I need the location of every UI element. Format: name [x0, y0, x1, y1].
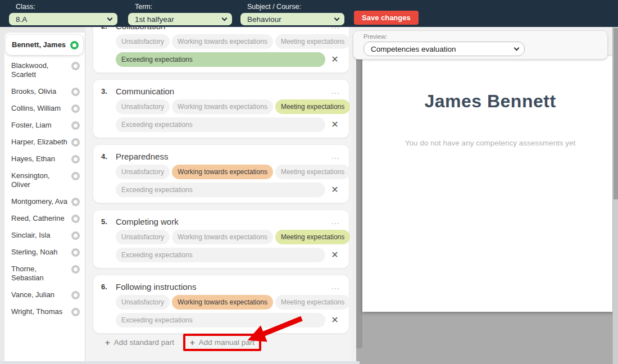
rating-option[interactable]: Meeting expectations [275, 295, 350, 310]
student-list-item[interactable]: Brooks, Olivia [4, 83, 85, 100]
status-dot-icon [71, 155, 80, 163]
rating-option[interactable]: Meeting expectations [275, 34, 350, 49]
annotation-box: + Add manual part [183, 334, 261, 351]
student-list-item[interactable]: Sterling, Noah [4, 244, 85, 261]
competency-title: Communication [116, 87, 174, 96]
rating-option-exceeding[interactable]: Exceeding expectations [116, 52, 325, 67]
clear-rating-button[interactable]: ✕ [329, 119, 341, 131]
competency-title: Preparedness [116, 152, 168, 161]
student-name: Bennett, James [12, 40, 69, 49]
clear-rating-button[interactable]: ✕ [329, 314, 341, 326]
add-manual-part-button[interactable]: + Add manual part [189, 336, 256, 348]
rating-option[interactable]: Unsatisfactory [116, 295, 170, 310]
page-scrollbar-thumb[interactable] [614, 28, 618, 199]
student-list-item[interactable]: Thorne, Sebastian [4, 261, 85, 286]
student-list-item[interactable]: Foster, Liam [4, 117, 85, 134]
rating-option[interactable]: Meeting expectations [275, 165, 350, 179]
rating-option[interactable]: Unsatisfactory [116, 34, 170, 49]
rating-option[interactable]: Unsatisfactory [116, 99, 170, 114]
student-list-item[interactable]: Blackwood, Scarlett [4, 57, 85, 83]
term-select[interactable]: 1st halfyear [128, 13, 232, 25]
status-dot-icon [71, 308, 80, 316]
class-select-value: 8.A [16, 15, 108, 24]
competency-number: 3. [101, 87, 116, 95]
student-sidebar: Bennett, James Blackwood, Scarlett Brook… [0, 27, 85, 364]
top-header: Class: 8.A Term: 1st halfyear Subject / … [0, 0, 618, 27]
competency-card: 6. Following instructions … Unsatisfacto… [93, 275, 349, 334]
preview-type-select[interactable]: Competencies evaluation [363, 42, 525, 56]
rating-options-row: UnsatisfactoryWorking towards expectatio… [116, 34, 341, 49]
competency-grading-app: Class: 8.A Term: 1st halfyear Subject / … [0, 0, 618, 364]
add-standard-part-label: Add standard part [114, 338, 174, 347]
subject-select[interactable]: Behaviour [240, 13, 344, 25]
rating-option-exceeding[interactable]: Exceeding expectations [116, 248, 325, 262]
student-list-item[interactable]: Sinclair, Isla [4, 227, 85, 244]
student-name: Montgomery, Ava [11, 197, 69, 206]
add-standard-part-button[interactable]: + Add standard part [104, 335, 175, 349]
rating-option[interactable]: Meeting expectations [275, 230, 350, 244]
plus-icon: + [105, 338, 110, 347]
more-options-icon[interactable]: … [331, 27, 341, 29]
term-select-value: 1st halfyear [135, 15, 222, 24]
competency-title: Collaboration [116, 27, 165, 31]
rating-option[interactable]: Working towards expectations [172, 34, 273, 49]
student-list-item[interactable]: Kensington, Oliver [4, 167, 85, 193]
competency-card: 5. Completing work … UnsatisfactoryWorki… [93, 210, 349, 269]
more-options-icon[interactable]: … [331, 219, 341, 224]
student-list-item[interactable]: Vance, Julian [4, 286, 85, 303]
student-list-item[interactable]: Montgomery, Ava [4, 193, 85, 210]
student-name: Harper, Elizabeth [11, 138, 69, 147]
competency-number: 6. [101, 283, 116, 291]
student-name: Foster, Liam [11, 121, 69, 130]
subject-select-value: Behaviour [247, 15, 335, 24]
status-dot-icon [71, 104, 80, 113]
rating-option[interactable]: Working towards expectations [172, 295, 273, 310]
competency-title: Following instructions [116, 282, 196, 292]
status-dot-icon [71, 291, 80, 299]
preview-label: Preview: [363, 33, 607, 40]
certificate-empty-message: You do not have any competency assessmen… [362, 139, 618, 147]
chevron-down-icon [514, 45, 520, 51]
clear-rating-button[interactable]: ✕ [329, 53, 341, 66]
more-options-icon[interactable]: … [331, 284, 341, 289]
rating-option[interactable]: Meeting expectations [275, 99, 350, 114]
clear-rating-button[interactable]: ✕ [329, 184, 341, 196]
class-select[interactable]: 8.A [9, 13, 117, 25]
rating-option[interactable]: Working towards expectations [172, 230, 273, 244]
student-list-item[interactable]: Reed, Catherine [4, 210, 85, 227]
student-name: Hayes, Ethan [11, 154, 69, 163]
certificate-page: James Bennett You do not have any compet… [362, 56, 618, 312]
subject-label: Subject / Course: [247, 3, 344, 11]
rating-option-exceeding[interactable]: Exceeding expectations [116, 117, 325, 132]
save-changes-button[interactable]: Save changes [354, 11, 419, 25]
rating-option[interactable]: Unsatisfactory [116, 230, 170, 244]
rating-option[interactable]: Unsatisfactory [116, 165, 170, 179]
student-name: Reed, Catherine [11, 214, 69, 223]
student-name: Vance, Julian [11, 290, 69, 299]
add-manual-part-label: Add manual part [199, 338, 255, 347]
student-list-item[interactable]: Bennett, James [6, 35, 83, 55]
student-list-item[interactable]: Harper, Elizabeth [4, 134, 85, 151]
more-options-icon[interactable]: … [331, 88, 341, 94]
student-name: Brooks, Olivia [11, 87, 69, 96]
status-dot-icon [71, 265, 80, 274]
student-list-item[interactable]: Collins, William [4, 100, 85, 117]
competency-number: 2. [101, 27, 116, 30]
competency-card: 2. Collaboration … UnsatisfactoryWorking… [93, 27, 349, 73]
student-list: Bennett, James Blackwood, Scarlett Brook… [4, 33, 85, 364]
chevron-down-icon [222, 15, 228, 21]
rating-option-exceeding[interactable]: Exceeding expectations [116, 313, 325, 327]
student-list-item[interactable]: Wright, Thomas [4, 303, 85, 320]
rating-option-exceeding[interactable]: Exceeding expectations [116, 183, 325, 197]
class-label: Class: [16, 3, 117, 11]
student-list-item[interactable]: Hayes, Ethan [4, 151, 85, 167]
preview-selector-card: Preview: Competencies evaluation [353, 30, 608, 60]
certificate-student-name: James Bennett [362, 91, 618, 112]
rating-option[interactable]: Working towards expectations [172, 165, 273, 179]
competency-card: 4. Preparedness … UnsatisfactoryWorking … [93, 144, 349, 203]
rating-option[interactable]: Working towards expectations [172, 99, 273, 114]
viewer-scrollbar-thumb[interactable] [356, 56, 362, 348]
clear-rating-button[interactable]: ✕ [329, 249, 341, 261]
more-options-icon[interactable]: … [331, 153, 341, 159]
status-dot-icon [71, 62, 80, 70]
